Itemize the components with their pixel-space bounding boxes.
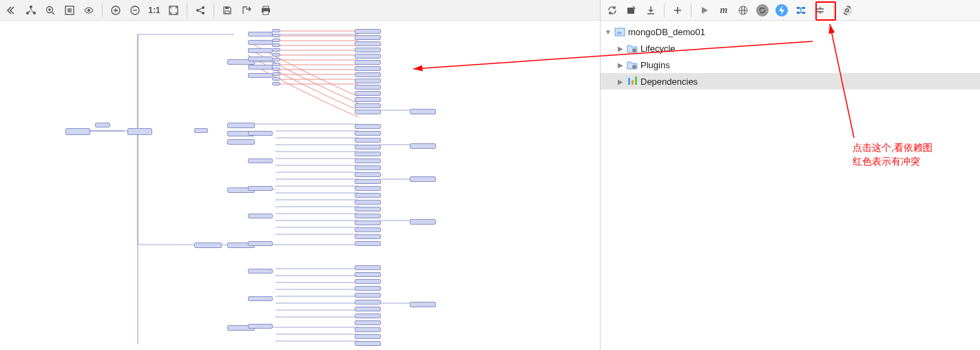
- dep-node[interactable]: [355, 186, 381, 191]
- chevron-right-icon[interactable]: ▶: [616, 60, 625, 70]
- dep-node[interactable]: [355, 272, 381, 277]
- dep-node[interactable]: [355, 179, 381, 184]
- dep-node[interactable]: [355, 327, 381, 332]
- dep-node[interactable]: [355, 286, 381, 291]
- dep-node[interactable]: [272, 53, 280, 56]
- zoom-in-icon[interactable]: [107, 1, 125, 19]
- dep-node[interactable]: [248, 56, 273, 61]
- dep-node[interactable]: [248, 186, 273, 191]
- dep-node[interactable]: [355, 110, 381, 114]
- dep-node[interactable]: [355, 220, 381, 225]
- dep-node[interactable]: [355, 200, 381, 205]
- dep-node[interactable]: [355, 207, 381, 212]
- collapse-icon[interactable]: [3, 1, 21, 19]
- add-icon[interactable]: [669, 1, 687, 19]
- dep-node[interactable]: [410, 143, 436, 149]
- select-icon[interactable]: [22, 1, 40, 19]
- dep-node[interactable]: [355, 307, 381, 311]
- dep-node[interactable]: [355, 60, 381, 65]
- dep-node[interactable]: [248, 131, 273, 136]
- dep-node[interactable]: [355, 334, 381, 339]
- save-icon[interactable]: [218, 1, 236, 19]
- dep-node[interactable]: [272, 34, 280, 37]
- fit-content-icon[interactable]: [61, 1, 79, 19]
- dep-node[interactable]: [95, 123, 110, 127]
- dep-node[interactable]: [355, 193, 381, 198]
- dep-node[interactable]: [355, 54, 381, 59]
- dep-node[interactable]: [355, 103, 381, 108]
- dep-node[interactable]: [355, 145, 381, 150]
- tree-item-lifecycle[interactable]: ▶ Lifecycle: [601, 40, 980, 56]
- dep-node[interactable]: [355, 172, 381, 177]
- dep-node[interactable]: [355, 234, 381, 239]
- dep-node[interactable]: [355, 279, 381, 284]
- dep-node[interactable]: [355, 152, 381, 156]
- dep-node[interactable]: [248, 40, 273, 45]
- dep-node[interactable]: [194, 128, 208, 133]
- power-icon[interactable]: [773, 1, 791, 19]
- dep-node[interactable]: [355, 341, 381, 346]
- chevron-right-icon[interactable]: ▶: [616, 43, 625, 53]
- dep-node[interactable]: [355, 72, 381, 77]
- eye-icon[interactable]: [80, 1, 98, 19]
- dep-node[interactable]: [272, 29, 280, 32]
- collapse-all-icon[interactable]: [811, 1, 829, 19]
- run-icon[interactable]: [696, 1, 713, 19]
- dep-node[interactable]: [355, 227, 381, 232]
- tree-root[interactable]: ▼ m mongoDB_demo01: [601, 23, 980, 40]
- one-to-one-button[interactable]: 1:1: [145, 1, 163, 19]
- dep-node[interactable]: [355, 91, 381, 96]
- dep-node[interactable]: [272, 43, 280, 47]
- dep-node[interactable]: [248, 48, 273, 53]
- dep-node[interactable]: [248, 269, 273, 274]
- dep-node[interactable]: [355, 265, 381, 270]
- dep-node[interactable]: [272, 58, 280, 61]
- dep-node[interactable]: [355, 35, 381, 40]
- dep-node[interactable]: [355, 85, 381, 90]
- dep-node[interactable]: [272, 72, 280, 76]
- dep-node[interactable]: [272, 77, 280, 81]
- dep-node[interactable]: [248, 32, 273, 37]
- dep-node[interactable]: [272, 39, 280, 42]
- dep-node[interactable]: [410, 176, 436, 182]
- fit-window-icon[interactable]: [165, 1, 183, 19]
- dep-node[interactable]: [127, 128, 152, 135]
- dep-node[interactable]: [410, 219, 436, 225]
- dep-node[interactable]: [355, 158, 381, 163]
- chevron-down-icon[interactable]: ▼: [603, 27, 613, 37]
- dep-node[interactable]: [355, 300, 381, 305]
- settings-icon[interactable]: [838, 1, 856, 19]
- show-dependencies-icon[interactable]: [792, 1, 810, 19]
- dep-node[interactable]: [194, 243, 222, 248]
- dep-node[interactable]: [355, 313, 381, 318]
- dep-node[interactable]: [65, 128, 90, 135]
- dep-node[interactable]: [355, 66, 381, 71]
- dep-node[interactable]: [272, 82, 280, 85]
- chevron-right-icon[interactable]: ▶: [616, 76, 625, 86]
- print-icon[interactable]: [257, 1, 275, 19]
- dep-node[interactable]: [227, 123, 255, 128]
- dep-node[interactable]: [248, 73, 273, 78]
- dep-node[interactable]: [272, 63, 280, 66]
- dep-node[interactable]: [272, 68, 280, 71]
- magnify-plus-icon[interactable]: [41, 1, 59, 19]
- dep-node[interactable]: [248, 324, 273, 329]
- export-icon[interactable]: [238, 1, 256, 19]
- dep-node[interactable]: [248, 214, 273, 218]
- dep-node[interactable]: [355, 320, 381, 325]
- dep-node[interactable]: [227, 139, 255, 145]
- dep-node[interactable]: [355, 79, 381, 83]
- share-icon[interactable]: [191, 1, 209, 19]
- skip-tests-icon[interactable]: [734, 1, 752, 19]
- dep-node[interactable]: [355, 241, 381, 246]
- dep-node[interactable]: [410, 302, 436, 307]
- dep-node[interactable]: [355, 165, 381, 170]
- dep-node[interactable]: [355, 131, 381, 136]
- dep-node[interactable]: [248, 158, 273, 163]
- tree-item-dependencies[interactable]: ▶ Dependencies: [601, 73, 980, 90]
- zoom-out-icon[interactable]: [126, 1, 144, 19]
- refresh-icon[interactable]: [603, 1, 621, 19]
- dependency-graph[interactable]: [0, 21, 600, 350]
- cycle-icon[interactable]: [753, 1, 771, 19]
- dep-node[interactable]: [355, 41, 381, 46]
